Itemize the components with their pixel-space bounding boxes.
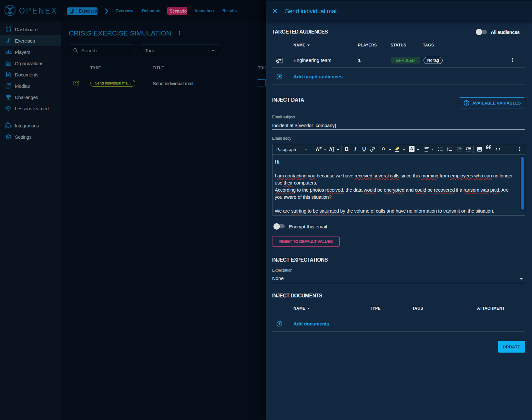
- svg-text:A: A: [316, 147, 319, 152]
- svg-text:A: A: [329, 147, 332, 152]
- svg-text:1: 1: [447, 147, 449, 149]
- svg-text:2: 2: [447, 149, 449, 151]
